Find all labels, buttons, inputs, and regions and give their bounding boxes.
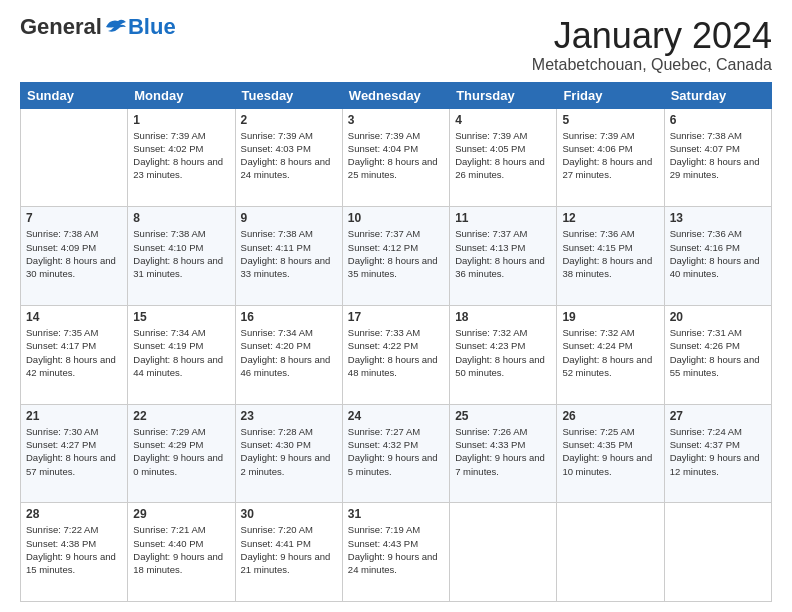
day-info: Sunrise: 7:29 AMSunset: 4:29 PMDaylight:… bbox=[133, 425, 229, 478]
day-info: Sunrise: 7:38 AMSunset: 4:09 PMDaylight:… bbox=[26, 227, 122, 280]
header-monday: Monday bbox=[128, 82, 235, 108]
table-row: 26Sunrise: 7:25 AMSunset: 4:35 PMDayligh… bbox=[557, 404, 664, 503]
day-number: 9 bbox=[241, 211, 337, 225]
table-row: 11Sunrise: 7:37 AMSunset: 4:13 PMDayligh… bbox=[450, 207, 557, 306]
day-info: Sunrise: 7:30 AMSunset: 4:27 PMDaylight:… bbox=[26, 425, 122, 478]
day-number: 25 bbox=[455, 409, 551, 423]
table-row: 4Sunrise: 7:39 AMSunset: 4:05 PMDaylight… bbox=[450, 108, 557, 207]
table-row: 7Sunrise: 7:38 AMSunset: 4:09 PMDaylight… bbox=[21, 207, 128, 306]
table-row: 20Sunrise: 7:31 AMSunset: 4:26 PMDayligh… bbox=[664, 305, 771, 404]
table-row: 14Sunrise: 7:35 AMSunset: 4:17 PMDayligh… bbox=[21, 305, 128, 404]
day-number: 3 bbox=[348, 113, 444, 127]
day-number: 24 bbox=[348, 409, 444, 423]
day-number: 11 bbox=[455, 211, 551, 225]
day-info: Sunrise: 7:24 AMSunset: 4:37 PMDaylight:… bbox=[670, 425, 766, 478]
day-number: 26 bbox=[562, 409, 658, 423]
day-info: Sunrise: 7:37 AMSunset: 4:13 PMDaylight:… bbox=[455, 227, 551, 280]
header-thursday: Thursday bbox=[450, 82, 557, 108]
table-row: 10Sunrise: 7:37 AMSunset: 4:12 PMDayligh… bbox=[342, 207, 449, 306]
day-number: 13 bbox=[670, 211, 766, 225]
day-number: 12 bbox=[562, 211, 658, 225]
day-info: Sunrise: 7:34 AMSunset: 4:20 PMDaylight:… bbox=[241, 326, 337, 379]
day-number: 18 bbox=[455, 310, 551, 324]
table-row: 28Sunrise: 7:22 AMSunset: 4:38 PMDayligh… bbox=[21, 503, 128, 602]
day-info: Sunrise: 7:19 AMSunset: 4:43 PMDaylight:… bbox=[348, 523, 444, 576]
day-number: 28 bbox=[26, 507, 122, 521]
day-info: Sunrise: 7:38 AMSunset: 4:11 PMDaylight:… bbox=[241, 227, 337, 280]
table-row: 24Sunrise: 7:27 AMSunset: 4:32 PMDayligh… bbox=[342, 404, 449, 503]
day-info: Sunrise: 7:37 AMSunset: 4:12 PMDaylight:… bbox=[348, 227, 444, 280]
calendar-table: Sunday Monday Tuesday Wednesday Thursday… bbox=[20, 82, 772, 602]
calendar-week-row: 14Sunrise: 7:35 AMSunset: 4:17 PMDayligh… bbox=[21, 305, 772, 404]
day-info: Sunrise: 7:25 AMSunset: 4:35 PMDaylight:… bbox=[562, 425, 658, 478]
calendar-week-row: 1Sunrise: 7:39 AMSunset: 4:02 PMDaylight… bbox=[21, 108, 772, 207]
header: General Blue January 2024 Metabetchouan,… bbox=[20, 16, 772, 74]
day-info: Sunrise: 7:39 AMSunset: 4:05 PMDaylight:… bbox=[455, 129, 551, 182]
day-number: 17 bbox=[348, 310, 444, 324]
day-info: Sunrise: 7:39 AMSunset: 4:02 PMDaylight:… bbox=[133, 129, 229, 182]
day-info: Sunrise: 7:21 AMSunset: 4:40 PMDaylight:… bbox=[133, 523, 229, 576]
day-number: 23 bbox=[241, 409, 337, 423]
table-row bbox=[557, 503, 664, 602]
table-row: 1Sunrise: 7:39 AMSunset: 4:02 PMDaylight… bbox=[128, 108, 235, 207]
day-number: 27 bbox=[670, 409, 766, 423]
day-number: 5 bbox=[562, 113, 658, 127]
logo-general: General bbox=[20, 16, 102, 38]
day-number: 14 bbox=[26, 310, 122, 324]
day-info: Sunrise: 7:39 AMSunset: 4:04 PMDaylight:… bbox=[348, 129, 444, 182]
header-saturday: Saturday bbox=[664, 82, 771, 108]
day-number: 30 bbox=[241, 507, 337, 521]
table-row: 6Sunrise: 7:38 AMSunset: 4:07 PMDaylight… bbox=[664, 108, 771, 207]
day-number: 20 bbox=[670, 310, 766, 324]
header-wednesday: Wednesday bbox=[342, 82, 449, 108]
day-number: 22 bbox=[133, 409, 229, 423]
table-row: 9Sunrise: 7:38 AMSunset: 4:11 PMDaylight… bbox=[235, 207, 342, 306]
calendar-week-row: 21Sunrise: 7:30 AMSunset: 4:27 PMDayligh… bbox=[21, 404, 772, 503]
day-info: Sunrise: 7:38 AMSunset: 4:07 PMDaylight:… bbox=[670, 129, 766, 182]
day-number: 29 bbox=[133, 507, 229, 521]
weekday-header-row: Sunday Monday Tuesday Wednesday Thursday… bbox=[21, 82, 772, 108]
day-number: 21 bbox=[26, 409, 122, 423]
day-info: Sunrise: 7:39 AMSunset: 4:06 PMDaylight:… bbox=[562, 129, 658, 182]
table-row: 16Sunrise: 7:34 AMSunset: 4:20 PMDayligh… bbox=[235, 305, 342, 404]
table-row bbox=[21, 108, 128, 207]
day-info: Sunrise: 7:33 AMSunset: 4:22 PMDaylight:… bbox=[348, 326, 444, 379]
table-row: 30Sunrise: 7:20 AMSunset: 4:41 PMDayligh… bbox=[235, 503, 342, 602]
day-number: 6 bbox=[670, 113, 766, 127]
day-number: 19 bbox=[562, 310, 658, 324]
calendar-title: January 2024 bbox=[532, 16, 772, 56]
table-row: 23Sunrise: 7:28 AMSunset: 4:30 PMDayligh… bbox=[235, 404, 342, 503]
page: General Blue January 2024 Metabetchouan,… bbox=[0, 0, 792, 612]
header-tuesday: Tuesday bbox=[235, 82, 342, 108]
table-row: 2Sunrise: 7:39 AMSunset: 4:03 PMDaylight… bbox=[235, 108, 342, 207]
day-info: Sunrise: 7:34 AMSunset: 4:19 PMDaylight:… bbox=[133, 326, 229, 379]
table-row: 5Sunrise: 7:39 AMSunset: 4:06 PMDaylight… bbox=[557, 108, 664, 207]
table-row: 25Sunrise: 7:26 AMSunset: 4:33 PMDayligh… bbox=[450, 404, 557, 503]
day-info: Sunrise: 7:36 AMSunset: 4:15 PMDaylight:… bbox=[562, 227, 658, 280]
day-number: 8 bbox=[133, 211, 229, 225]
table-row: 12Sunrise: 7:36 AMSunset: 4:15 PMDayligh… bbox=[557, 207, 664, 306]
day-number: 16 bbox=[241, 310, 337, 324]
header-friday: Friday bbox=[557, 82, 664, 108]
day-number: 4 bbox=[455, 113, 551, 127]
table-row: 19Sunrise: 7:32 AMSunset: 4:24 PMDayligh… bbox=[557, 305, 664, 404]
calendar-week-row: 7Sunrise: 7:38 AMSunset: 4:09 PMDaylight… bbox=[21, 207, 772, 306]
day-info: Sunrise: 7:32 AMSunset: 4:23 PMDaylight:… bbox=[455, 326, 551, 379]
logo-blue: Blue bbox=[128, 16, 176, 38]
day-info: Sunrise: 7:39 AMSunset: 4:03 PMDaylight:… bbox=[241, 129, 337, 182]
day-info: Sunrise: 7:38 AMSunset: 4:10 PMDaylight:… bbox=[133, 227, 229, 280]
day-info: Sunrise: 7:26 AMSunset: 4:33 PMDaylight:… bbox=[455, 425, 551, 478]
table-row: 15Sunrise: 7:34 AMSunset: 4:19 PMDayligh… bbox=[128, 305, 235, 404]
day-info: Sunrise: 7:27 AMSunset: 4:32 PMDaylight:… bbox=[348, 425, 444, 478]
title-area: January 2024 Metabetchouan, Quebec, Cana… bbox=[532, 16, 772, 74]
table-row: 21Sunrise: 7:30 AMSunset: 4:27 PMDayligh… bbox=[21, 404, 128, 503]
day-info: Sunrise: 7:20 AMSunset: 4:41 PMDaylight:… bbox=[241, 523, 337, 576]
table-row: 13Sunrise: 7:36 AMSunset: 4:16 PMDayligh… bbox=[664, 207, 771, 306]
table-row: 27Sunrise: 7:24 AMSunset: 4:37 PMDayligh… bbox=[664, 404, 771, 503]
calendar-week-row: 28Sunrise: 7:22 AMSunset: 4:38 PMDayligh… bbox=[21, 503, 772, 602]
header-sunday: Sunday bbox=[21, 82, 128, 108]
table-row: 18Sunrise: 7:32 AMSunset: 4:23 PMDayligh… bbox=[450, 305, 557, 404]
day-info: Sunrise: 7:35 AMSunset: 4:17 PMDaylight:… bbox=[26, 326, 122, 379]
day-info: Sunrise: 7:36 AMSunset: 4:16 PMDaylight:… bbox=[670, 227, 766, 280]
day-number: 7 bbox=[26, 211, 122, 225]
